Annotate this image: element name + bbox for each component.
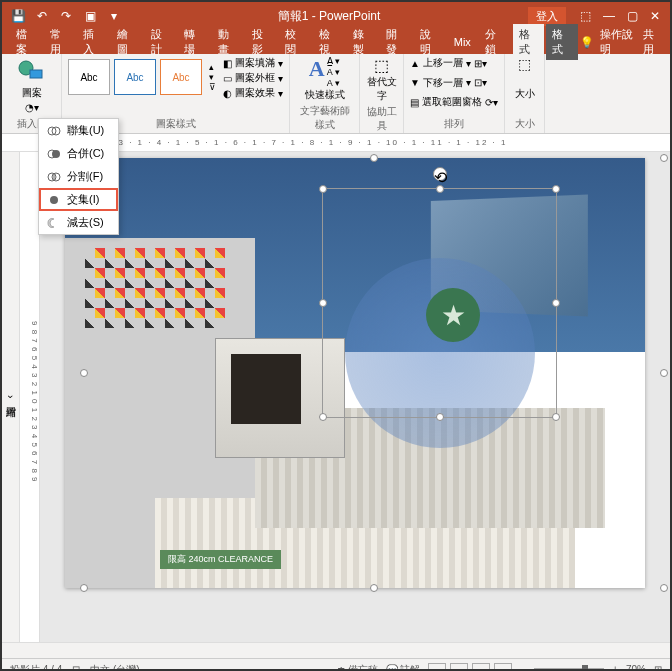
merge-combine[interactable]: 合併(C) bbox=[39, 142, 118, 165]
slide-canvas[interactable]: 限高 240cm CLEARANCE ⟲ ⟲ bbox=[40, 152, 670, 642]
insert-shapes-label: 圖案 bbox=[22, 86, 42, 100]
size-icon[interactable]: ⬚ bbox=[511, 56, 538, 72]
shape-style-2[interactable]: Abc bbox=[114, 59, 156, 95]
qat-more-icon[interactable]: ▾ bbox=[106, 8, 122, 24]
alt-text-button[interactable]: ⬚ bbox=[366, 56, 397, 75]
group-wordart-label: 文字藝術師樣式 bbox=[296, 102, 353, 132]
document-title: 簡報1 - PowerPoint bbox=[130, 8, 528, 25]
ruler-vertical: 9 8 7 6 5 4 3 2 1 0 1 2 3 4 5 6 7 8 9 bbox=[20, 152, 40, 642]
close-icon[interactable]: ✕ bbox=[650, 9, 660, 23]
quick-style-label: 快速樣式 bbox=[305, 88, 345, 102]
zoom-value[interactable]: 70% bbox=[626, 664, 646, 671]
text-effects-icon[interactable]: A ▾ bbox=[327, 78, 341, 88]
comments-button[interactable]: 💬 註解 bbox=[386, 663, 421, 672]
tab-format-2[interactable]: 格式 bbox=[546, 24, 578, 60]
group-icon[interactable]: ⊡▾ bbox=[474, 77, 487, 88]
slideshow-view-icon[interactable] bbox=[494, 663, 512, 672]
size-label: 大小 bbox=[511, 87, 538, 101]
shape-fill-button[interactable]: ◧圖案填滿 ▾ bbox=[223, 56, 283, 70]
text-fill-icon[interactable]: A̲ ▾ bbox=[327, 56, 341, 66]
accessibility-icon[interactable]: ⊡ bbox=[72, 664, 80, 671]
share-button[interactable]: 共用 bbox=[643, 27, 662, 57]
rotate-icon[interactable]: ⟳▾ bbox=[485, 97, 498, 108]
group-alt-label: 協助工具 bbox=[366, 103, 397, 133]
bring-forward-icon: ▲ bbox=[410, 58, 420, 69]
merge-subtract[interactable]: 減去(S) bbox=[39, 211, 118, 234]
merge-shapes-menu: 聯集(U) 合併(C) 分割(F) 交集(I) 減去(S) bbox=[38, 118, 119, 235]
notes-button[interactable]: ≐ 備忘稿 bbox=[337, 663, 378, 672]
combine-icon bbox=[47, 147, 61, 161]
intersect-icon bbox=[47, 193, 61, 207]
merge-fragment[interactable]: 分割(F) bbox=[39, 165, 118, 188]
minimize-icon[interactable]: — bbox=[603, 9, 615, 23]
shape-effects-button[interactable]: ◐圖案效果 ▾ bbox=[223, 86, 283, 100]
merge-union[interactable]: 聯集(U) bbox=[39, 119, 118, 142]
fragment-icon bbox=[47, 170, 61, 184]
send-backward-icon: ▼ bbox=[410, 77, 420, 88]
redo-icon[interactable]: ↷ bbox=[58, 8, 74, 24]
shape-outline-button[interactable]: ▭圖案外框 ▾ bbox=[223, 71, 283, 85]
wordart-quick-icon[interactable]: A bbox=[309, 56, 325, 88]
tab-mix[interactable]: Mix bbox=[448, 33, 477, 51]
fit-to-window-icon[interactable]: ⊞ bbox=[654, 664, 662, 671]
login-button[interactable]: 登入 bbox=[528, 7, 566, 26]
undo-icon[interactable]: ↶ bbox=[34, 8, 50, 24]
selection-pane-button[interactable]: ▤選取範圍窗格 ⟳▾ bbox=[410, 95, 498, 109]
merge-intersect[interactable]: 交集(I) bbox=[39, 188, 118, 211]
outline-icon: ▭ bbox=[223, 73, 232, 84]
fill-icon: ◧ bbox=[223, 58, 232, 69]
svg-rect-1 bbox=[30, 70, 42, 78]
bring-forward-button[interactable]: ▲上移一層 ▾ ⊞▾ bbox=[410, 56, 498, 70]
selection-icon: ▤ bbox=[410, 97, 419, 108]
group-arrange-label: 排列 bbox=[410, 115, 498, 131]
clearance-sign: 限高 240cm CLEARANCE bbox=[160, 550, 281, 569]
normal-view-icon[interactable] bbox=[428, 663, 446, 672]
language-indicator[interactable]: 中文 (台灣) bbox=[90, 663, 139, 672]
svg-point-5 bbox=[52, 150, 60, 158]
align-icon[interactable]: ⊞▾ bbox=[474, 58, 487, 69]
shape-style-1[interactable]: Abc bbox=[68, 59, 110, 95]
zoom-out-icon[interactable]: − bbox=[520, 664, 526, 671]
subtract-icon bbox=[47, 216, 61, 230]
tell-me[interactable]: 操作說明 bbox=[600, 27, 637, 57]
union-icon bbox=[47, 124, 61, 138]
slide-counter[interactable]: 投影片 4 / 4 bbox=[10, 663, 62, 672]
save-icon[interactable]: 💾 bbox=[10, 8, 26, 24]
circle-selection[interactable]: ⟲ bbox=[322, 188, 557, 418]
zoom-in-icon[interactable]: + bbox=[612, 664, 618, 671]
ribbon-tabs: 檔案 常用 插入 繪圖 設計 轉場 動畫 投影 校閱 檢視 錄製 開發 說明 M… bbox=[2, 30, 670, 54]
group-size-label: 大小 bbox=[511, 115, 538, 131]
scrollbar-horizontal[interactable] bbox=[2, 642, 670, 658]
ribbon-collapse-icon[interactable]: ⬚ bbox=[580, 9, 591, 23]
edit-shape-icon[interactable] bbox=[16, 56, 48, 84]
slide[interactable]: 限高 240cm CLEARANCE ⟲ bbox=[65, 158, 645, 588]
text-outline-icon[interactable]: A ▾ bbox=[327, 67, 341, 77]
sorter-view-icon[interactable] bbox=[450, 663, 468, 672]
reading-view-icon[interactable] bbox=[472, 663, 490, 672]
styles-more-icon[interactable]: ▴▾⊽ bbox=[206, 62, 219, 92]
thumbnail-panel-toggle[interactable]: › 縮圖 bbox=[2, 152, 20, 642]
maximize-icon[interactable]: ▢ bbox=[627, 9, 638, 23]
effects-icon: ◐ bbox=[223, 88, 232, 99]
shape-style-3[interactable]: Abc bbox=[160, 59, 202, 95]
send-backward-button[interactable]: ▼下移一層 ▾ ⊡▾ bbox=[410, 76, 498, 90]
start-icon[interactable]: ▣ bbox=[82, 8, 98, 24]
alt-text-label: 替代文字 bbox=[366, 75, 397, 103]
rotate-handle-icon[interactable]: ⟲ bbox=[433, 167, 447, 181]
tell-me-icon: 💡 bbox=[580, 36, 594, 49]
merge-shapes-icon[interactable]: ◔▾ bbox=[25, 102, 39, 113]
